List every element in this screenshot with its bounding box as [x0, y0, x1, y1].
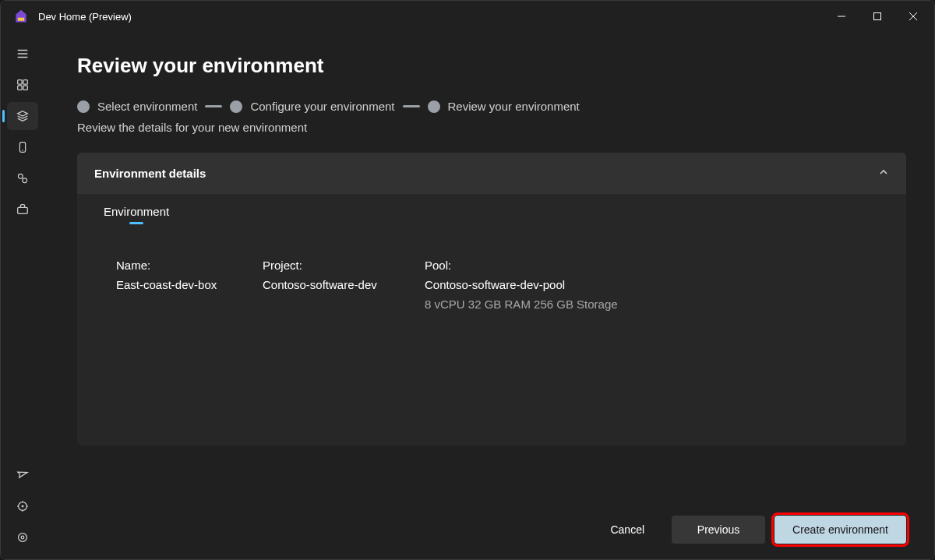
sidebar-item-environments[interactable] [7, 102, 38, 130]
hamburger-menu[interactable] [7, 40, 38, 68]
main-content: Review your environment Select environme… [44, 32, 934, 559]
sidebar [1, 32, 44, 559]
svg-rect-0 [18, 18, 24, 21]
svg-rect-10 [18, 86, 22, 90]
stepper: Select environment Configure your enviro… [77, 100, 906, 113]
step-configure-environment[interactable]: Configure your environment [230, 100, 394, 113]
minimize-button[interactable] [824, 1, 859, 32]
page-title: Review your environment [77, 54, 906, 78]
name-label: Name: [116, 259, 256, 272]
pool-spec: 8 vCPU 32 GB RAM 256 GB Storage [425, 298, 880, 311]
svg-rect-2 [874, 13, 881, 20]
sidebar-item-extensions[interactable] [7, 492, 38, 520]
step-label: Configure your environment [250, 100, 394, 113]
sidebar-item-device[interactable] [7, 133, 38, 161]
step-review-environment[interactable]: Review your environment [428, 100, 580, 113]
titlebar: Dev Home (Preview) [1, 1, 934, 32]
details-grid: Name: Project: Pool: East-coast-dev-box … [116, 259, 880, 311]
svg-point-14 [22, 150, 23, 150]
svg-rect-11 [23, 86, 27, 90]
sidebar-item-dashboard[interactable] [7, 71, 38, 99]
name-value: East-coast-dev-box [116, 278, 256, 291]
svg-point-16 [23, 178, 27, 183]
page-subtitle: Review the details for your new environm… [77, 121, 906, 134]
svg-rect-8 [18, 80, 22, 84]
footer-buttons: Cancel Previous Create environment [77, 492, 906, 544]
step-dot-icon [230, 100, 242, 113]
app-icon [13, 9, 29, 24]
svg-rect-9 [23, 80, 27, 84]
cancel-button[interactable]: Cancel [592, 516, 662, 544]
svg-marker-12 [18, 111, 28, 116]
step-connector [205, 105, 222, 107]
pool-label: Pool: [425, 259, 880, 272]
previous-button[interactable]: Previous [672, 516, 765, 544]
sidebar-item-gears[interactable] [7, 164, 38, 192]
chevron-up-icon [878, 167, 889, 180]
create-environment-button[interactable]: Create environment [774, 516, 906, 544]
tab-environment[interactable]: Environment [104, 205, 169, 223]
step-label: Select environment [97, 100, 197, 113]
step-dot-icon [77, 100, 90, 113]
pool-value: Contoso-software-dev-pool [425, 278, 880, 291]
sidebar-item-toolbox[interactable] [7, 195, 38, 224]
maximize-button[interactable] [859, 1, 895, 32]
close-button[interactable] [895, 1, 931, 32]
svg-point-15 [18, 174, 23, 178]
card-header-title: Environment details [94, 167, 206, 180]
card-body: Environment Name: Project: Pool: East-co… [77, 194, 906, 446]
step-select-environment[interactable]: Select environment [77, 100, 197, 113]
card-header[interactable]: Environment details [77, 153, 906, 194]
project-value: Contoso-software-dev [263, 278, 418, 291]
step-label: Review your environment [448, 100, 580, 113]
svg-rect-17 [18, 207, 28, 213]
sidebar-item-settings[interactable] [7, 523, 38, 551]
project-label: Project: [263, 259, 418, 272]
sidebar-item-feedback[interactable] [7, 461, 38, 489]
svg-point-19 [22, 505, 24, 508]
svg-point-24 [19, 534, 27, 542]
app-title: Dev Home (Preview) [38, 11, 132, 23]
environment-details-card: Environment details Environment Name: Pr… [77, 153, 906, 446]
step-connector [403, 105, 420, 107]
svg-point-25 [21, 536, 24, 539]
window-controls [824, 1, 931, 32]
step-dot-icon [428, 100, 440, 113]
